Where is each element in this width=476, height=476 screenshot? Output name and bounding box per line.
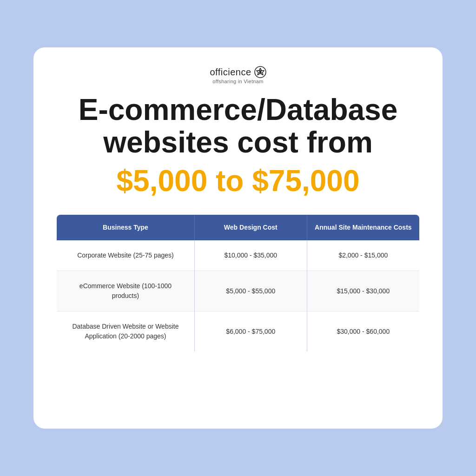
table-row: eCommerce Website (100-1000 products)$5,… bbox=[57, 271, 419, 311]
headline-text: E-commerce/Database websites cost from bbox=[79, 93, 398, 159]
table-header: Business Type Web Design Cost Annual Sit… bbox=[57, 215, 419, 241]
table-row: Database Driven Website or Website Appli… bbox=[57, 311, 419, 352]
logo-row: officience bbox=[210, 66, 266, 78]
cell-business-type: eCommerce Website (100-1000 products) bbox=[57, 271, 194, 311]
cell-annual-cost: $30,000 - $60,000 bbox=[307, 311, 419, 352]
table-row: Corporate Website (25-75 pages)$10,000 -… bbox=[57, 240, 419, 271]
header-row: Business Type Web Design Cost Annual Sit… bbox=[57, 215, 419, 241]
table-body: Corporate Website (25-75 pages)$10,000 -… bbox=[57, 240, 419, 351]
logo-text: officience bbox=[210, 67, 251, 78]
logo-icon bbox=[254, 66, 266, 78]
header-web-design-cost: Web Design Cost bbox=[194, 215, 307, 241]
logo-tagline: offsharing in Vietnam bbox=[212, 79, 263, 84]
cell-business-type: Corporate Website (25-75 pages) bbox=[57, 240, 194, 271]
cell-annual-cost: $2,000 - $15,000 bbox=[307, 240, 419, 271]
cell-web-cost: $10,000 - $35,000 bbox=[194, 240, 307, 271]
main-card: officience offsharing in Vietnam E-comme… bbox=[33, 47, 443, 429]
cell-annual-cost: $15,000 - $30,000 bbox=[307, 271, 419, 311]
price-text: $5,000 to $75,000 bbox=[116, 164, 359, 198]
logo-area: officience offsharing in Vietnam bbox=[210, 66, 266, 84]
cell-web-cost: $6,000 - $75,000 bbox=[194, 311, 307, 352]
header-annual-maintenance: Annual Site Maintenance Costs bbox=[307, 215, 419, 241]
pricing-table-wrapper: Business Type Web Design Cost Annual Sit… bbox=[57, 215, 419, 352]
pricing-table: Business Type Web Design Cost Annual Sit… bbox=[57, 215, 419, 352]
cell-business-type: Database Driven Website or Website Appli… bbox=[57, 311, 194, 352]
header-business-type: Business Type bbox=[57, 215, 194, 241]
cell-web-cost: $5,000 - $55,000 bbox=[194, 271, 307, 311]
